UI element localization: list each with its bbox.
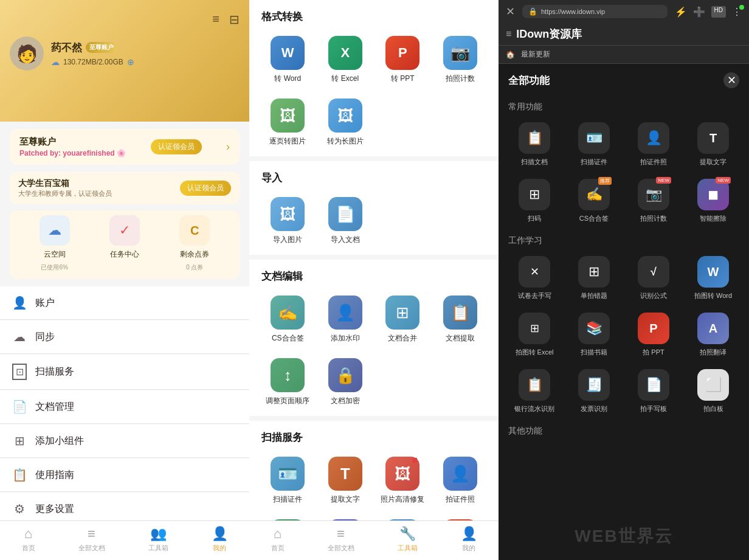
feature-encrypt[interactable]: 🔒 文档加密	[319, 353, 372, 411]
popup-qr[interactable]: ⊞ 扫码	[506, 174, 563, 228]
message-icon[interactable]: ⊟	[229, 12, 240, 27]
url-text: https://www.idown.vip	[541, 8, 605, 15]
feature-word[interactable]: W 转 Word	[261, 31, 314, 89]
mid-tools-label: 工具箱	[398, 544, 418, 553]
popup-cs-sign-icon: ✍推荐	[578, 179, 610, 210]
popup-ppt2[interactable]: P 拍 PPT	[625, 308, 682, 362]
nav-mid-home[interactable]: ⌂ 首页	[271, 526, 285, 553]
popup-invoice-icon: 🧾	[578, 369, 610, 401]
site-tab-1[interactable]: 🏠	[506, 50, 515, 59]
feature-formula[interactable]: √ 识别公式	[319, 514, 372, 520]
popup-scan-doc[interactable]: 📋 扫描文档	[506, 117, 563, 171]
promoted-badge: 推荐	[598, 177, 612, 185]
popup-cs-sign[interactable]: ✍推荐 CS合合签	[565, 174, 623, 228]
site-tab-separator: 最新更新	[521, 49, 550, 60]
site-tabs: 🏠 最新更新	[499, 46, 749, 64]
feature-idphoto[interactable]: 👤 拍证件照	[434, 452, 487, 510]
vip-promo[interactable]: 至尊账户 Patched by: youarefinished 🌸 认证领会员 …	[10, 129, 240, 165]
quick-action-task[interactable]: ✓ 任务中心	[109, 215, 140, 272]
popup-photo-count[interactable]: 📷NEW 拍照计数	[625, 174, 682, 228]
popup-invoice[interactable]: 🧾 发票识别	[565, 364, 623, 418]
popup-mistake[interactable]: ⊞ 单拍错题	[565, 251, 623, 305]
feature-table[interactable]: ⊞ 表格识别	[261, 514, 314, 520]
feature-pageimg[interactable]: 🖼 逐页转图片	[261, 94, 314, 151]
merge-icon: ⊞	[385, 296, 419, 330]
nav-mid-mine[interactable]: 👤 我的	[461, 526, 477, 553]
menu-docmgr[interactable]: 📄 文档管理	[0, 390, 249, 424]
popup-close-btn[interactable]: ✕	[723, 72, 739, 88]
college-btn[interactable]: 认证领会员	[180, 181, 231, 196]
watermark-label: 添加水印	[331, 333, 360, 344]
popup-exam[interactable]: ✕ 试卷去手写	[506, 251, 563, 305]
popup-handwrite[interactable]: 📄 拍手写板	[625, 364, 682, 418]
task-label: 任务中心	[110, 249, 139, 260]
scanid-icon: 🪪	[271, 457, 305, 491]
quick-action-coin[interactable]: C 剩余点券 0 点券	[179, 215, 210, 272]
feature-scanbook[interactable]: 📚 扫描书籍	[376, 514, 429, 520]
mid-docs-icon: ≡	[337, 526, 345, 542]
menu-icon[interactable]: ≡	[212, 12, 219, 27]
feature-excel[interactable]: X 转 Excel	[319, 31, 372, 89]
hamburger-icon[interactable]: ≡	[506, 29, 511, 40]
feature-docimport[interactable]: 📄 导入文档	[319, 192, 372, 250]
popup-scanbook2[interactable]: 📚 扫描书籍	[565, 308, 623, 362]
menu-scan[interactable]: ⊡ 扫描服务	[0, 354, 249, 390]
popup-mistake-label: 单拍错题	[581, 291, 607, 300]
docedit-items: ✍ CS合合签 👤 添加水印 ⊞ 文档合并 📋 文档提取 ↕ 调整页面顺	[261, 291, 486, 411]
menu-guide[interactable]: 📋 使用指南	[0, 458, 249, 492]
vip-btn[interactable]: 认证领会员	[151, 139, 202, 154]
popup-whiteboard[interactable]: ⬜ 拍白板	[685, 364, 742, 418]
format-grid: W 转 Word X 转 Excel P 转 PPT 📷 拍照计数 🖼	[249, 29, 499, 156]
popup-scan-id[interactable]: 🪪 扫描证件	[565, 117, 623, 171]
nav-mid-tools[interactable]: 🔧 工具箱	[398, 526, 418, 553]
add-icon[interactable]: ➕	[693, 6, 705, 18]
feature-restore[interactable]: 🖼 照片高清修复	[376, 452, 429, 510]
feature-ppt[interactable]: P 转 PPT	[376, 31, 429, 89]
nav-mid-docs[interactable]: ≡ 全部文档	[328, 526, 354, 553]
feature-merge[interactable]: ⊞ 文档合并	[376, 291, 429, 348]
popup-translate[interactable]: A 拍照翻译	[685, 308, 742, 362]
mid-home-label: 首页	[271, 544, 285, 553]
feature-imgimport[interactable]: 🖼 导入图片	[261, 192, 314, 250]
popup-id-photo[interactable]: 👤 拍证件照	[625, 117, 682, 171]
idphoto-icon: 👤	[443, 457, 477, 491]
popup-scanbook2-label: 扫描书籍	[581, 348, 607, 357]
nav-tools[interactable]: 👥 工具箱	[148, 526, 168, 553]
feature-shootppt[interactable]: P 拍 PPT	[434, 514, 487, 520]
feature-ocr[interactable]: T 提取文字	[319, 452, 372, 510]
menu-settings[interactable]: ⚙ 更多设置	[0, 493, 249, 520]
feature-watermark[interactable]: 👤 添加水印	[319, 291, 372, 348]
popup-smart-erase[interactable]: ◼NEW 智能擦除	[685, 174, 742, 228]
storage-add-icon[interactable]: ⊕	[127, 57, 134, 67]
menu-account[interactable]: 👤 账户	[0, 286, 249, 320]
panel-left: ≡ ⊟ 🧑 药不然 至尊账户 ☁ 130.72MB/2.00GB ⊕ 至尊账户	[0, 0, 249, 560]
pageimg-icon: 🖼	[271, 99, 305, 133]
nav-home[interactable]: ⌂ 首页	[22, 526, 35, 553]
popup-title: 全部功能	[508, 74, 550, 88]
menu-widget[interactable]: ⊞ 添加小组件	[0, 424, 249, 458]
feature-extract[interactable]: 📋 文档提取	[434, 291, 487, 348]
popup-bank[interactable]: 📋 银行流水识别	[506, 364, 563, 418]
popup-whiteboard-icon: ⬜	[697, 369, 729, 401]
feature-longimg[interactable]: 🖼 转为长图片	[319, 94, 372, 151]
restore-label: 照片高清修复	[381, 494, 424, 505]
quick-action-cloud[interactable]: ☁ 云空间 已使用6%	[40, 215, 70, 272]
feature-scanid[interactable]: 🪪 扫描证件	[261, 452, 314, 510]
section-import-title: 导入	[249, 161, 499, 190]
popup-img2excel[interactable]: ⊞ 拍图转 Excel	[506, 308, 563, 362]
browser-close-icon[interactable]: ✕	[506, 5, 515, 18]
mid-home-icon: ⌂	[274, 526, 281, 542]
menu-sync[interactable]: ☁ 同步	[0, 320, 249, 354]
panel-middle: 格式转换 W 转 Word X 转 Excel P 转 PPT 📷 拍照计数	[249, 0, 499, 560]
common-grid: 📋 扫描文档 🪪 扫描证件 👤 拍证件照 T 提取文字 ⊞ 扫码	[499, 115, 749, 230]
other-section-title: 其他功能	[499, 421, 749, 439]
feature-photocount[interactable]: 📷 拍照计数	[434, 31, 487, 89]
popup-ocr[interactable]: T 提取文字	[685, 117, 742, 171]
popup-formula2[interactable]: √ 识别公式	[625, 251, 682, 305]
nav-docs[interactable]: ≡ 全部文档	[78, 526, 105, 553]
feature-reorder[interactable]: ↕ 调整页面顺序	[261, 353, 314, 411]
nav-mine[interactable]: 👤 我的	[212, 526, 228, 553]
flash-icon[interactable]: ⚡	[675, 6, 687, 18]
feature-cssign[interactable]: ✍ CS合合签	[261, 291, 314, 348]
popup-img2word[interactable]: W 拍图转 Word	[685, 251, 742, 305]
